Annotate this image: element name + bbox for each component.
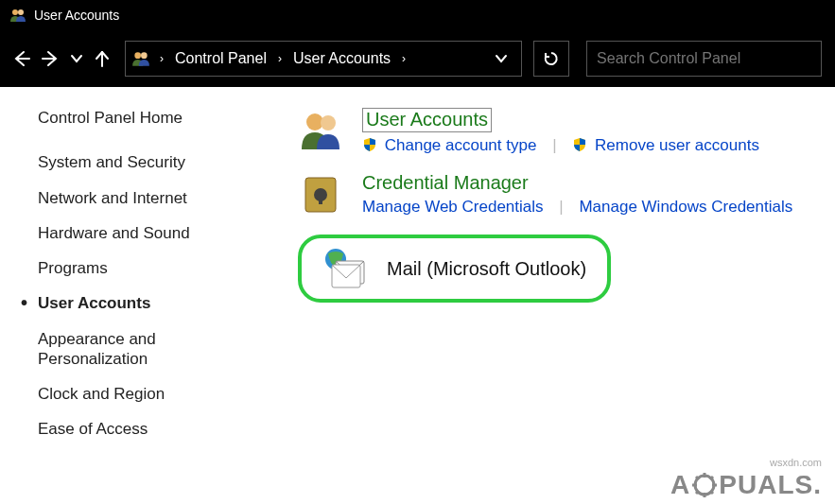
svg-point-2 — [134, 52, 141, 59]
chevron-down-icon[interactable] — [487, 52, 515, 65]
link-change-account-type[interactable]: Change account type — [385, 136, 537, 154]
svg-point-3 — [141, 52, 148, 59]
sidebar-item-system[interactable]: System and Security — [38, 152, 241, 172]
gear-icon — [692, 473, 717, 497]
link-manage-web-credentials[interactable]: Manage Web Credentials — [362, 198, 544, 216]
back-button[interactable] — [8, 45, 34, 72]
watermark: A PUALS. — [670, 470, 822, 500]
svg-point-21 — [701, 481, 708, 489]
section-credential-manager: Credential Manager Manage Web Credential… — [298, 172, 816, 217]
svg-point-1 — [18, 9, 24, 15]
crumb-user-accounts[interactable]: User Accounts — [287, 50, 396, 67]
mail-icon — [322, 246, 368, 291]
sidebar-item-home[interactable]: Control Panel Home — [38, 108, 241, 128]
window-title: User Accounts — [34, 8, 119, 23]
svg-line-17 — [696, 477, 699, 479]
main-content: User Accounts Change account type | Remo… — [241, 108, 835, 455]
svg-rect-8 — [319, 195, 322, 204]
user-accounts-icon — [298, 108, 343, 153]
titlebar: User Accounts — [0, 0, 835, 30]
crumb-control-panel[interactable]: Control Panel — [169, 50, 272, 67]
section-user-accounts: User Accounts Change account type | Remo… — [298, 108, 816, 155]
recent-dropdown[interactable] — [68, 45, 85, 72]
svg-line-19 — [710, 477, 713, 479]
sidebar-item-network[interactable]: Network and Internet — [38, 188, 241, 208]
divider: | — [552, 136, 556, 154]
sidebar-item-ease[interactable]: Ease of Access — [38, 419, 241, 439]
watermark-suffix: PUALS. — [719, 470, 822, 500]
sidebar-item-user-accounts[interactable]: User Accounts — [38, 293, 241, 313]
watermark-prefix: A — [670, 470, 690, 500]
sidebar-item-hardware[interactable]: Hardware and Sound — [38, 223, 241, 243]
shield-icon — [362, 137, 377, 152]
heading-mail[interactable]: Mail (Microsoft Outlook) — [387, 258, 586, 280]
search-input[interactable] — [587, 50, 821, 67]
chevron-right-icon[interactable]: › — [396, 52, 411, 65]
breadcrumb[interactable]: › Control Panel › User Accounts › — [125, 41, 522, 77]
credential-manager-icon — [298, 172, 343, 217]
svg-line-18 — [710, 491, 713, 494]
highlight-mail: Mail (Microsoft Outlook) — [298, 235, 611, 303]
sidebar-item-clock[interactable]: Clock and Region — [38, 384, 241, 404]
users-icon — [9, 8, 26, 23]
search-box[interactable] — [586, 41, 822, 77]
heading-credential-manager[interactable]: Credential Manager — [362, 172, 529, 194]
sidebar-item-programs[interactable]: Programs — [38, 258, 241, 278]
link-remove-user-accounts[interactable]: Remove user accounts — [595, 136, 759, 154]
refresh-button[interactable] — [533, 41, 569, 77]
watermark-sub: wsxdn.com — [770, 457, 822, 468]
up-button[interactable] — [89, 45, 115, 72]
svg-point-0 — [12, 9, 18, 15]
sidebar: Control Panel Home System and Security N… — [0, 108, 241, 455]
forward-button[interactable] — [38, 45, 64, 72]
shield-icon — [572, 137, 587, 152]
link-manage-windows-credentials[interactable]: Manage Windows Credentials — [579, 198, 792, 216]
svg-point-5 — [321, 115, 336, 130]
heading-user-accounts[interactable]: User Accounts — [362, 108, 492, 132]
svg-line-20 — [696, 491, 699, 494]
chevron-right-icon[interactable]: › — [272, 52, 287, 65]
divider: | — [559, 198, 563, 216]
sidebar-item-appearance[interactable]: Appearance and Personalization — [38, 329, 241, 370]
chevron-right-icon[interactable]: › — [154, 52, 169, 65]
navbar: › Control Panel › User Accounts › — [0, 30, 835, 87]
users-icon — [131, 50, 150, 67]
